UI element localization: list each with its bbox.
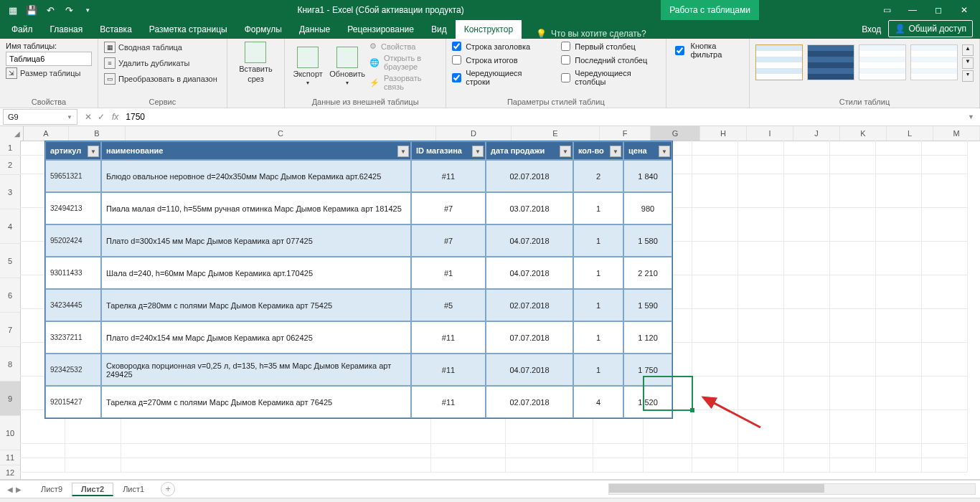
table-cell[interactable]: Сковородка порционная v=0,25 л, d=135, h… bbox=[101, 354, 411, 386]
sheet-tab[interactable]: Лист9 bbox=[32, 483, 72, 496]
table-cell[interactable]: 1 bbox=[573, 257, 623, 289]
ribbon-options-icon[interactable]: ▭ bbox=[874, 0, 900, 20]
table-cell[interactable]: 04.07.2018 bbox=[486, 257, 573, 289]
table-cell[interactable]: #7 bbox=[411, 224, 486, 257]
style-thumb-4[interactable] bbox=[910, 44, 958, 80]
filter-dropdown-icon[interactable]: ▼ bbox=[88, 146, 99, 157]
new-sheet-button[interactable]: + bbox=[161, 482, 175, 496]
sheet-tab[interactable]: Лист2 bbox=[72, 483, 113, 496]
namebox-dropdown-icon[interactable]: ▼ bbox=[67, 114, 72, 120]
horizontal-scrollbar[interactable] bbox=[608, 483, 976, 495]
table-cell[interactable]: 92015427 bbox=[45, 386, 101, 418]
table-header[interactable]: артикул▼ bbox=[45, 141, 101, 160]
table-name-input[interactable] bbox=[6, 52, 92, 66]
total-row-checkbox[interactable]: Строка итогов bbox=[452, 55, 544, 65]
table-cell[interactable]: 02.07.2018 bbox=[486, 160, 573, 192]
save-icon[interactable]: 💾 bbox=[23, 2, 40, 18]
table-cell[interactable]: 95202424 bbox=[45, 224, 101, 257]
maximize-icon[interactable]: ◻ bbox=[925, 0, 951, 20]
table-cell[interactable]: 1 580 bbox=[623, 224, 672, 257]
style-thumb-3[interactable] bbox=[859, 44, 906, 80]
col-header-M[interactable]: M bbox=[933, 126, 980, 141]
table-cell[interactable]: #11 bbox=[411, 321, 486, 354]
table-cell[interactable]: 1 840 bbox=[623, 160, 672, 192]
export-button[interactable]: Экспорт▾ bbox=[291, 42, 325, 91]
worksheet-grid[interactable]: ◢ABCDEFGHIJKLM 123456789101112 артикул▼н… bbox=[0, 126, 980, 480]
table-cell[interactable]: 2 210 bbox=[623, 257, 672, 289]
col-header-L[interactable]: L bbox=[887, 126, 933, 141]
table-cell[interactable]: 1 bbox=[573, 354, 623, 386]
table-cell[interactable]: 1 bbox=[573, 192, 623, 224]
gallery-up-icon[interactable]: ▲ bbox=[962, 44, 974, 56]
sheet-nav-prev-icon[interactable]: ◀ bbox=[7, 486, 13, 493]
col-header-E[interactable]: E bbox=[512, 126, 600, 141]
row-header-4[interactable]: 4 bbox=[0, 209, 21, 244]
table-header[interactable]: наименование▼ bbox=[101, 141, 411, 160]
remove-dupes-button[interactable]: ≡Удалить дубликаты bbox=[104, 57, 221, 69]
minimize-icon[interactable]: — bbox=[900, 0, 925, 20]
tab-layout[interactable]: Разметка страницы bbox=[141, 20, 236, 39]
table-cell[interactable]: 59651321 bbox=[45, 160, 101, 192]
table-cell[interactable]: 02.07.2018 bbox=[486, 386, 573, 418]
table-header[interactable]: цена▼ bbox=[623, 141, 672, 160]
table-header[interactable]: дата продажи▼ bbox=[486, 141, 573, 160]
insert-slicer-button[interactable]: Вставить срез bbox=[234, 42, 277, 83]
row-header-11[interactable]: 11 bbox=[0, 450, 21, 465]
filter-dropdown-icon[interactable]: ▼ bbox=[397, 146, 409, 157]
table-cell[interactable]: 02.07.2018 bbox=[486, 289, 573, 321]
table-cell[interactable]: #7 bbox=[411, 192, 486, 224]
row-header-2[interactable]: 2 bbox=[0, 156, 21, 175]
table-cell[interactable]: 34234445 bbox=[45, 289, 101, 321]
tab-formulas[interactable]: Формулы bbox=[236, 20, 291, 39]
enter-formula-icon[interactable]: ✓ bbox=[98, 112, 105, 122]
resize-table-button[interactable]: ⇲ Размер таблицы bbox=[6, 67, 92, 79]
table-cell[interactable]: 04.07.2018 bbox=[486, 224, 573, 257]
filter-dropdown-icon[interactable]: ▼ bbox=[472, 146, 484, 157]
row-header-7[interactable]: 7 bbox=[0, 313, 21, 347]
tab-view[interactable]: Вид bbox=[423, 20, 456, 39]
filter-dropdown-icon[interactable]: ▼ bbox=[560, 146, 571, 157]
table-cell[interactable]: 1 120 bbox=[623, 321, 672, 354]
table-cell[interactable]: Плато d=240х154 мм Марс Дымов Керамика а… bbox=[101, 321, 411, 354]
tab-data[interactable]: Данные bbox=[291, 20, 339, 39]
row-header-9[interactable]: 9 bbox=[0, 382, 21, 416]
redo-icon[interactable]: ↷ bbox=[60, 2, 77, 18]
table-cell[interactable]: 07.07.2018 bbox=[486, 321, 573, 354]
col-header-G[interactable]: G bbox=[651, 126, 700, 141]
col-header-K[interactable]: K bbox=[840, 126, 887, 141]
col-header-J[interactable]: J bbox=[793, 126, 840, 141]
table-cell[interactable]: 1 bbox=[573, 321, 623, 354]
col-header-I[interactable]: I bbox=[747, 126, 793, 141]
table-cell[interactable]: 1 520 bbox=[623, 386, 672, 418]
qat-more-icon[interactable]: ▾ bbox=[79, 2, 96, 18]
row-header-5[interactable]: 5 bbox=[0, 244, 21, 278]
filter-dropdown-icon[interactable]: ▼ bbox=[659, 146, 670, 157]
share-button[interactable]: 👤 Общий доступ bbox=[888, 20, 973, 37]
table-cell[interactable]: 93011433 bbox=[45, 257, 101, 289]
tab-design[interactable]: Конструктор bbox=[456, 20, 522, 39]
row-header-12[interactable]: 12 bbox=[0, 465, 21, 480]
row-header-1[interactable]: 1 bbox=[0, 141, 21, 156]
table-cell[interactable]: 1 bbox=[573, 224, 623, 257]
table-cell[interactable]: #5 bbox=[411, 289, 486, 321]
tab-review[interactable]: Рецензирование bbox=[339, 20, 423, 39]
table-cell[interactable]: Плато d=300х145 мм Марс Дымов Керамика а… bbox=[101, 224, 411, 257]
table-cell[interactable]: Тарелка д=280мм с полями Марс Дымов Кера… bbox=[101, 289, 411, 321]
table-header[interactable]: ID магазина▼ bbox=[411, 141, 486, 160]
table-cell[interactable]: #11 bbox=[411, 160, 486, 192]
table-cell[interactable]: 1 750 bbox=[623, 354, 672, 386]
banded-rows-checkbox[interactable]: Чередующиеся строки bbox=[452, 69, 544, 86]
style-thumb-2[interactable] bbox=[807, 44, 854, 80]
table-cell[interactable]: Шала d=240, h=60мм Марс Дымов Керамика а… bbox=[101, 257, 411, 289]
gallery-down-icon[interactable]: ▼ bbox=[962, 57, 974, 69]
fill-handle-icon[interactable] bbox=[690, 408, 694, 412]
undo-icon[interactable]: ↶ bbox=[42, 2, 59, 18]
table-cell[interactable]: 1 590 bbox=[623, 289, 672, 321]
name-box[interactable]: G9 ▼ bbox=[3, 109, 77, 125]
tab-file[interactable]: Файл bbox=[3, 20, 42, 39]
col-header-H[interactable]: H bbox=[700, 126, 747, 141]
table-header[interactable]: кол-во▼ bbox=[573, 141, 623, 160]
table-cell[interactable]: Пиала малая d=110, h=55мм ручная отминка… bbox=[101, 192, 411, 224]
col-header-D[interactable]: D bbox=[436, 126, 512, 141]
row-header-6[interactable]: 6 bbox=[0, 278, 21, 313]
